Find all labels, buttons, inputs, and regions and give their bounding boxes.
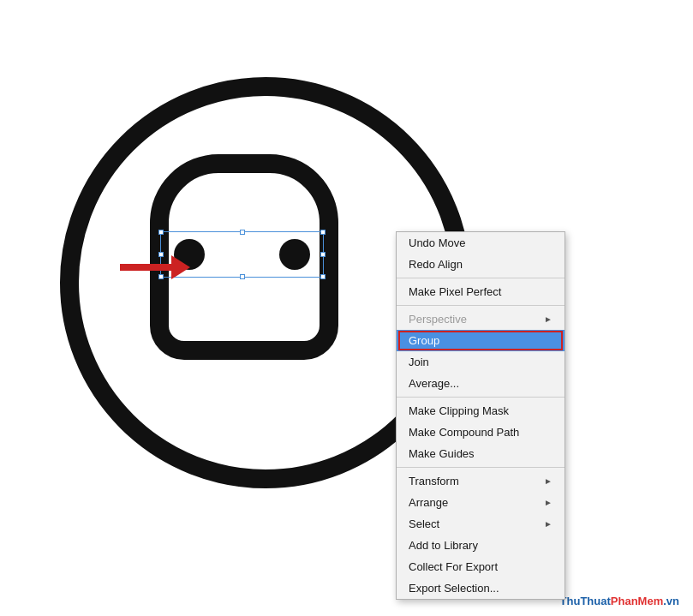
perspective-arrow-icon: ►: [544, 314, 553, 324]
menu-item-add-to-library[interactable]: Add to Library: [397, 535, 565, 556]
menu-label-collect-for-export: Collect For Export: [409, 560, 498, 573]
menu-label-average: Average...: [409, 377, 459, 390]
handle-br: [320, 274, 326, 279]
menu-item-group[interactable]: Group: [397, 330, 565, 351]
handle-bm: [240, 274, 245, 279]
menu-item-make-guides[interactable]: Make Guides: [397, 443, 565, 464]
menu-label-redo-align: Redo Align: [409, 258, 463, 271]
arrow-shaft: [120, 264, 171, 271]
menu-label-select: Select: [409, 517, 439, 530]
context-menu: Undo Move Redo Align Make Pixel Perfect …: [396, 231, 565, 600]
menu-label-group: Group: [409, 334, 439, 347]
menu-label-make-guides: Make Guides: [409, 447, 475, 460]
arrow-head: [171, 255, 190, 279]
handle-tm: [240, 230, 245, 235]
menu-label-pixel-perfect: Make Pixel Perfect: [409, 285, 501, 298]
canvas: Undo Move Redo Align Make Pixel Perfect …: [0, 0, 693, 616]
menu-item-transform[interactable]: Transform ►: [397, 470, 565, 492]
separator-3: [397, 397, 565, 398]
separator-2: [397, 305, 565, 306]
menu-label-add-to-library: Add to Library: [409, 539, 478, 552]
menu-item-select[interactable]: Select ►: [397, 513, 565, 535]
menu-item-compound-path[interactable]: Make Compound Path: [397, 422, 565, 443]
menu-item-perspective[interactable]: Perspective ►: [397, 308, 565, 330]
menu-label-perspective: Perspective: [409, 313, 467, 326]
menu-item-arrange[interactable]: Arrange ►: [397, 492, 565, 513]
arrange-arrow-icon: ►: [544, 498, 553, 507]
arrow: [120, 255, 190, 279]
menu-item-join[interactable]: Join: [397, 351, 565, 373]
select-arrow-icon: ►: [544, 519, 553, 529]
menu-label-join: Join: [409, 356, 429, 368]
menu-item-clipping-mask[interactable]: Make Clipping Mask: [397, 400, 565, 422]
menu-label-export-selection: Export Selection...: [409, 582, 499, 595]
handle-tr: [320, 230, 326, 235]
menu-item-undo-move[interactable]: Undo Move: [397, 232, 565, 254]
separator-1: [397, 278, 565, 278]
handle-tl: [158, 230, 164, 235]
watermark-part2: PhanMem: [611, 595, 663, 607]
menu-label-compound-path: Make Compound Path: [409, 426, 519, 439]
menu-item-redo-align[interactable]: Redo Align: [397, 254, 565, 275]
transform-arrow-icon: ►: [544, 476, 553, 486]
menu-label-clipping-mask: Make Clipping Mask: [409, 404, 509, 417]
watermark-part1: ThuThuat: [560, 595, 611, 607]
handle-mr: [320, 252, 326, 257]
watermark: ThuThuatPhanMem.vn: [555, 593, 684, 609]
menu-item-average[interactable]: Average...: [397, 373, 565, 394]
menu-item-export-selection[interactable]: Export Selection...: [397, 577, 565, 599]
watermark-part3: .vn: [663, 595, 679, 607]
menu-label-undo-move: Undo Move: [409, 236, 465, 249]
eye-right: [279, 239, 310, 270]
menu-label-arrange: Arrange: [409, 496, 448, 509]
menu-item-pixel-perfect[interactable]: Make Pixel Perfect: [397, 281, 565, 302]
separator-4: [397, 467, 565, 468]
menu-item-collect-for-export[interactable]: Collect For Export: [397, 556, 565, 577]
menu-label-transform: Transform: [409, 475, 459, 487]
